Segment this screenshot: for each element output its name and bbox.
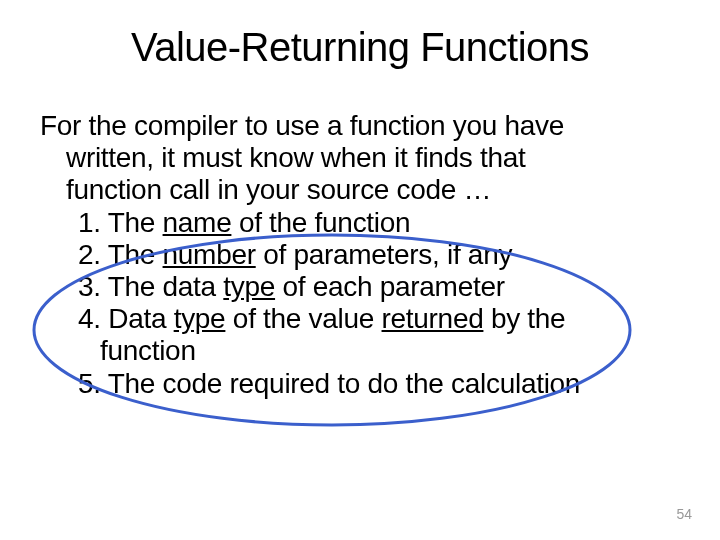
list-item-4: 4. Data type of the value returned by th… [78, 303, 680, 335]
slide-body: For the compiler to use a function you h… [40, 110, 680, 400]
item4-underline-1: type [174, 303, 226, 334]
item4-post: by the [483, 303, 565, 334]
list-item-2: 2. The number of parameters, if any [78, 239, 680, 271]
item4-underline-2: returned [382, 303, 484, 334]
item3-post: of each parameter [275, 271, 505, 302]
item2-post: of parameters, if any [256, 239, 512, 270]
item1-underline: name [163, 207, 232, 238]
item3-underline: type [223, 271, 275, 302]
intro-line-2: written, it must know when it finds that [66, 142, 680, 174]
list-item-1: 1. The name of the function [78, 207, 680, 239]
item4-pre: 4. Data [78, 303, 174, 334]
slide-title: Value-Returning Functions [40, 25, 680, 70]
slide: Value-Returning Functions For the compil… [0, 0, 720, 540]
item3-pre: 3. The data [78, 271, 223, 302]
intro-line-1: For the compiler to use a function you h… [40, 110, 680, 142]
item2-pre: 2. The [78, 239, 163, 270]
item1-pre: 1. The [78, 207, 163, 238]
page-number: 54 [676, 506, 692, 522]
item1-post: of the function [231, 207, 410, 238]
intro-line-3: function call in your source code … [66, 174, 680, 206]
item2-underline: number [163, 239, 256, 270]
list-item-5: 5. The code required to do the calculati… [78, 368, 680, 400]
list-item-4-cont: function [100, 335, 680, 367]
item4-mid: of the value [225, 303, 381, 334]
list-item-3: 3. The data type of each parameter [78, 271, 680, 303]
